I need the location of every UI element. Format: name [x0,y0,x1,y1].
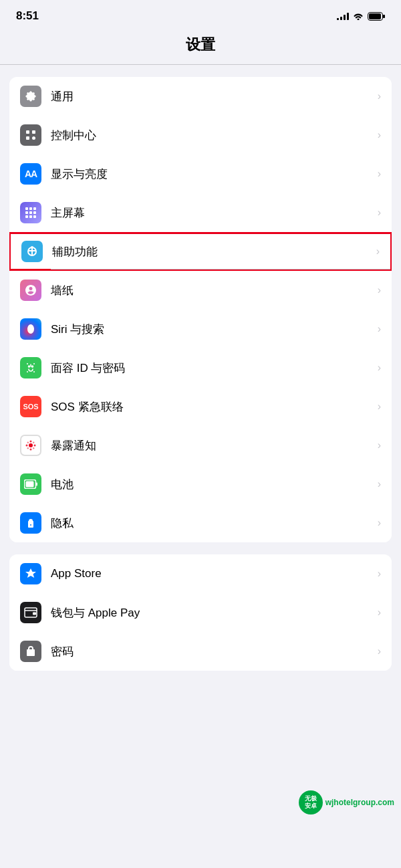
svg-point-22 [32,366,33,367]
svg-point-31 [33,447,34,449]
page-title: 设置 [186,36,215,53]
sos-icon: SOS [20,396,41,417]
accessibility-icon [21,241,43,262]
exposure-label: 暴露通知 [51,438,374,453]
signal-icon [337,12,349,20]
svg-rect-33 [36,483,37,486]
settings-item-siri[interactable]: Siri 与搜索 › [9,310,392,348]
settings-item-accessibility[interactable]: 辅助功能 › [9,232,392,271]
battery-settings-icon [20,473,41,495]
svg-rect-34 [26,481,34,487]
settings-item-control-center[interactable]: 控制中心 › [9,116,392,154]
home-screen-chevron: › [378,207,381,219]
title-divider [0,64,401,65]
wallet-icon [20,602,41,623]
svg-point-27 [34,445,36,447]
exposure-icon [20,435,41,456]
display-label: 显示与亮度 [51,167,374,182]
wallet-label: 钱包与 Apple Pay [51,605,374,621]
appstore-label: App Store [51,567,374,580]
svg-point-25 [30,449,32,451]
svg-rect-8 [29,207,32,210]
svg-rect-5 [26,136,29,140]
siri-chevron: › [378,323,381,335]
sos-chevron: › [378,401,381,413]
gear-icon [20,86,41,107]
status-time: 8:51 [16,9,39,23]
home-screen-icon [20,202,41,223]
settings-group-1: 通用 › 控制中心 › AA 显示与亮度 › [9,77,392,542]
svg-rect-2 [369,13,381,19]
general-label: 通用 [51,89,374,104]
display-chevron: › [378,168,381,180]
svg-rect-36 [33,613,36,615]
password-chevron: › [378,645,381,657]
svg-rect-15 [33,215,36,218]
password-icon [20,641,41,662]
privacy-icon [20,512,41,534]
privacy-chevron: › [378,517,381,529]
settings-item-privacy[interactable]: 隐私 › [9,504,392,542]
svg-point-30 [27,447,29,449]
settings-item-battery[interactable]: 电池 › [9,465,392,504]
svg-rect-3 [26,130,29,134]
svg-rect-7 [25,207,28,210]
settings-item-password[interactable]: 密码 › [9,632,392,671]
svg-point-26 [26,445,28,447]
status-icons [337,12,385,21]
faceid-icon [20,357,41,378]
general-chevron: › [378,90,381,102]
wallpaper-chevron: › [378,284,381,296]
wallpaper-icon [20,280,41,301]
home-screen-label: 主屏幕 [51,205,374,221]
page-title-bar: 设置 [0,28,401,64]
privacy-label: 隐私 [51,516,374,531]
faceid-chevron: › [378,362,381,374]
settings-item-exposure[interactable]: 暴露通知 › [9,426,392,465]
siri-icon [20,318,41,340]
svg-rect-9 [33,207,36,210]
settings-item-wallpaper[interactable]: 墙纸 › [9,271,392,310]
wallet-chevron: › [378,607,381,619]
settings-item-appstore[interactable]: App Store › [9,554,392,593]
svg-point-21 [29,366,30,367]
svg-point-6 [32,136,35,140]
svg-point-23 [29,443,33,447]
svg-point-28 [27,442,29,443]
sos-label: SOS 紧急联络 [51,399,374,415]
settings-item-sos[interactable]: SOS SOS 紧急联络 › [9,387,392,426]
settings-item-wallet[interactable]: 钱包与 Apple Pay › [9,593,392,632]
password-label: 密码 [51,644,374,659]
siri-label: Siri 与搜索 [51,322,374,337]
toggles-icon [20,124,41,146]
svg-rect-12 [33,211,36,214]
watermark-text: wjhotelgroup.com [325,798,394,807]
svg-point-29 [33,442,34,443]
watermark: 无极安卓 wjhotelgroup.com [299,790,394,815]
settings-item-faceid[interactable]: 面容 ID 与密码 › [9,348,392,387]
svg-rect-13 [25,215,28,218]
status-bar: 8:51 [0,0,401,28]
exposure-chevron: › [378,439,381,451]
settings-item-general[interactable]: 通用 › [9,77,392,116]
battery-chevron: › [378,478,381,490]
appstore-chevron: › [378,568,381,580]
display-icon: AA [20,163,41,185]
accessibility-label: 辅助功能 [52,244,372,259]
svg-rect-11 [29,211,32,214]
control-center-label: 控制中心 [51,128,374,143]
battery-icon [368,12,385,21]
watermark-logo: 无极安卓 [299,790,323,815]
wifi-icon [353,12,364,20]
settings-group-2: App Store › 钱包与 Apple Pay › 密码 › [9,554,392,671]
svg-rect-14 [29,215,32,218]
settings-item-home-screen[interactable]: 主屏幕 › [9,193,392,232]
battery-label: 电池 [51,477,374,492]
faceid-label: 面容 ID 与密码 [51,360,374,376]
wallpaper-label: 墙纸 [51,283,374,298]
settings-item-display[interactable]: AA 显示与亮度 › [9,154,392,193]
svg-rect-4 [32,130,35,134]
svg-point-24 [30,441,32,443]
svg-rect-1 [383,15,385,18]
svg-rect-10 [25,211,28,214]
